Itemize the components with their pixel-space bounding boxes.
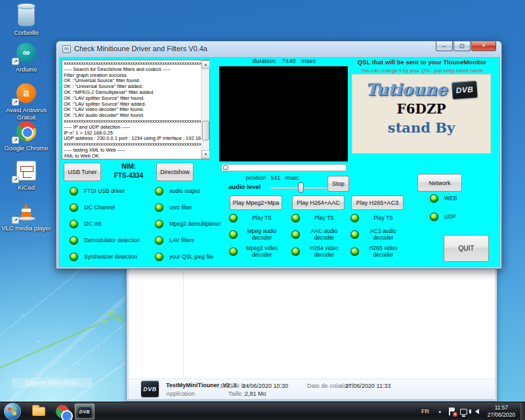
tray-expand-icon[interactable]: ▴ <box>438 402 441 420</box>
scroll-up-icon[interactable]: ▲ <box>201 60 210 69</box>
icon-label: VLC media player <box>1 224 51 232</box>
led-qsl-jpeg-file: your QSL jpeg file <box>155 253 213 261</box>
window-title: Check Minitioune Driver and Filters V0.4… <box>74 45 207 52</box>
led-aac-audio-decoder: AAC audio decoder <box>291 228 343 241</box>
nim-readout: NIM: FTS-4334 <box>101 162 156 180</box>
log-textbox[interactable]: xxxxxxxxxxxxxxxxxxxxxxxxxxxxxxxxxxxxxxxx… <box>62 60 210 159</box>
titlebar[interactable]: Check Minitioune Driver and Filters V0.4… <box>56 41 501 57</box>
green-led-icon <box>155 253 163 261</box>
slider-thumb[interactable] <box>298 182 304 193</box>
maximize-button[interactable]: ▢ <box>453 41 471 51</box>
green-led-icon <box>70 220 78 228</box>
play-h264-button[interactable]: Play H264+AAC <box>292 196 345 210</box>
taskbar-explorer-button[interactable] <box>29 404 49 419</box>
network-button[interactable]: Network <box>417 174 462 192</box>
shortcut-arrow-icon: ↗ <box>12 176 19 183</box>
play-mpeg2-button[interactable]: Play Mpeg2+Mpa <box>230 196 282 210</box>
dvb-file-icon: DVB <box>141 381 159 397</box>
green-led-icon <box>291 247 300 256</box>
scroll-down-icon[interactable]: ▼ <box>201 150 210 159</box>
desktop-icon-recycle-bin[interactable]: Corbeille <box>1 4 51 36</box>
led-h264-video-decoder: H264 video decoder <box>291 245 343 258</box>
kicad-icon <box>16 161 36 180</box>
led-mpeg2-video-decoder: Mpeg2 video decoder <box>229 245 281 258</box>
dvb-app-icon: DVB <box>78 406 91 417</box>
chrome-icon <box>56 405 69 418</box>
green-led-icon <box>155 203 163 212</box>
green-led-icon <box>70 253 78 261</box>
led-demodulator-detection: Demodulator detection <box>70 236 140 245</box>
minimize-button[interactable]: – <box>436 41 453 51</box>
scrollbar-thumb[interactable] <box>202 121 209 140</box>
network-tray-icon[interactable] <box>460 402 467 420</box>
start-button[interactable] <box>4 403 21 420</box>
log-scrollbar[interactable]: ▲ ▼ <box>201 60 209 159</box>
green-led-icon <box>155 187 163 196</box>
seekbar-thumb[interactable] <box>223 165 228 170</box>
green-led-icon <box>229 214 238 222</box>
icon-label: Google Chrome <box>1 144 51 152</box>
avast-icon: a <box>16 83 36 103</box>
position-seekbar[interactable] <box>221 164 346 171</box>
qsl-subheader: You can change it by your QSL, just keep… <box>351 68 493 74</box>
qsl-status: stand By <box>352 119 490 136</box>
folder-icon <box>32 407 45 416</box>
green-led-icon <box>291 214 300 222</box>
taskbar-dvb-app-button[interactable]: DVB <box>75 404 94 419</box>
green-led-icon <box>70 187 78 196</box>
desktop-icon-vlc[interactable]: ↗ VLC media player <box>1 200 51 232</box>
volume-tray-icon[interactable] <box>475 402 479 420</box>
directshow-button[interactable]: Directshow <box>156 163 194 181</box>
shortcut-arrow-icon: ↗ <box>12 98 19 106</box>
show-desktop-button[interactable] <box>520 402 525 420</box>
tray-language[interactable]: FR <box>421 402 429 420</box>
chrome-icon <box>16 121 36 141</box>
qsl-brand-text: Tutioune <box>366 80 447 99</box>
recycle-bin-icon <box>18 5 35 26</box>
led-ac3-audio-decoder: AC3 audio decoder <box>350 228 402 241</box>
screenshot-watermark: Capture Plein écran <box>12 378 92 388</box>
nim-label: NIM: <box>101 162 156 171</box>
explorer-details-pane: DVB TestMyMiniTiouner_V2_3 Modifié le : … <box>129 379 495 399</box>
shortcut-arrow-icon: ↗ <box>12 136 19 144</box>
dvb-logo-icon: DVB <box>452 80 478 99</box>
clock-time: 11:57 <box>484 404 518 411</box>
green-led-icon <box>70 236 78 245</box>
audio-level-slider[interactable] <box>270 182 333 193</box>
icon-label: Arduino <box>1 66 51 73</box>
taskbar-clock[interactable]: 11:57 27/06/2020 <box>484 404 518 419</box>
play-h265-button[interactable]: Play H265+AC3 <box>351 196 404 210</box>
action-center-flag-icon[interactable]: ✕ <box>449 402 455 420</box>
green-led-icon <box>430 213 438 221</box>
green-led-icon <box>155 236 163 245</box>
led-mpeg-audio-decoder: Mpeg audio decoder <box>229 228 281 241</box>
close-button[interactable]: ✕ <box>471 41 496 51</box>
desktop-icon-avast[interactable]: a ↗ Avast Antivirus Gratuit <box>1 81 51 121</box>
usb-tuner-button[interactable]: USB Tuner <box>64 163 101 181</box>
shortcut-arrow-icon: ↗ <box>12 217 19 224</box>
green-led-icon <box>430 194 438 203</box>
desktop-icon-chrome[interactable]: ↗ Google Chrome <box>1 119 51 152</box>
qsl-image: Tutioune DVB F6DZP stand By <box>352 75 490 153</box>
green-led-icon <box>291 230 300 239</box>
quit-button[interactable]: QUIT <box>444 235 489 262</box>
taskbar-chrome-button[interactable] <box>52 404 72 419</box>
green-led-icon <box>155 220 163 228</box>
nim-value: FTS-4334 <box>101 171 156 180</box>
app-client-area: xxxxxxxxxxxxxxxxxxxxxxxxxxxxxxxxxxxxxxxx… <box>59 57 500 267</box>
led-web: WEB <box>430 194 457 203</box>
stop-button[interactable]: Stop <box>327 176 349 192</box>
app-window-icon <box>62 45 71 53</box>
green-led-icon <box>350 230 359 239</box>
green-led-icon <box>70 203 78 212</box>
green-led-icon <box>229 247 238 256</box>
desktop-icon-arduino[interactable]: ∞ ↗ Arduino <box>1 41 51 73</box>
led-usrc-filter: usrc filter <box>155 203 192 212</box>
arduino-icon: ∞ <box>16 43 36 62</box>
modified-value: 24/06/2020 10:30 <box>242 383 288 389</box>
desktop-icon-kicad[interactable]: ↗ KiCad <box>1 159 51 191</box>
led-lav-filters: LAV filters <box>155 236 194 245</box>
icon-label: Avast Antivirus Gratuit <box>1 106 51 121</box>
taskbar: DVB FR ▴ ✕ 11:57 27/06/2020 <box>0 402 525 420</box>
led-ftdi-usb-driver: FTDI USB driver <box>70 187 125 196</box>
